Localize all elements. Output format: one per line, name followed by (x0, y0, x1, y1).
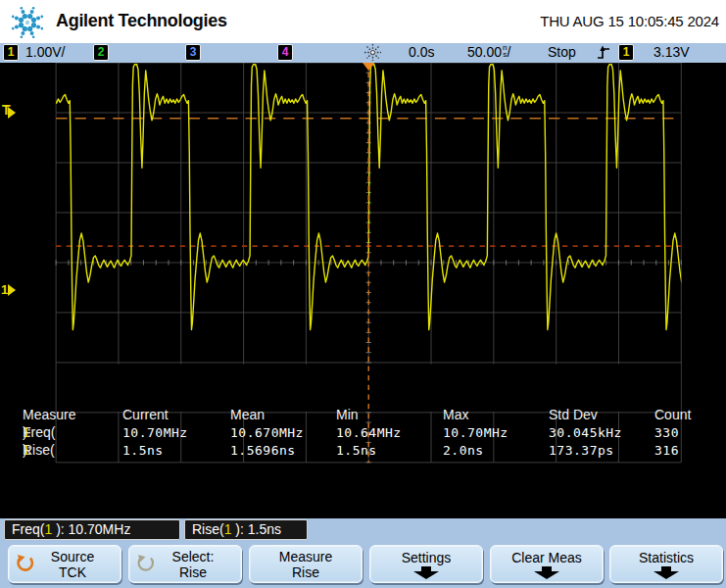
softkey-clear-meas[interactable]: Clear Meas (490, 545, 604, 583)
channel-3-button[interactable]: 3 (185, 44, 201, 61)
title-bar: Agilent Technologies THU AUG 15 10:05:45… (0, 0, 726, 43)
result-tab-rise[interactable]: Rise(1 ): 1.5ns (184, 519, 308, 540)
acquisition-status: Stop (548, 44, 576, 60)
channel-1-scale: 1.00V/ (25, 44, 65, 60)
arrow-down-icon (652, 566, 681, 579)
rotary-knob-icon (16, 554, 35, 573)
channel-2-button[interactable]: 2 (93, 44, 109, 61)
softkey-label: Settings (402, 550, 452, 565)
result-tab-freq[interactable]: Freq(1 ): 10.70MHz (4, 519, 180, 540)
channel-1-button[interactable]: 1 (3, 44, 19, 61)
timebase-readout: 50.00 n s / (467, 44, 510, 60)
softkey-settings[interactable]: Settings (369, 545, 483, 583)
datetime-readout: THU AUG 15 10:05:45 2024 (540, 13, 719, 29)
softkey-label: Clear Meas (511, 550, 582, 565)
channel1-ground-arrow-icon (8, 284, 16, 296)
softkey-label: SourceTCK (51, 549, 94, 580)
rotary-knob-icon (136, 554, 156, 573)
agilent-logo-icon (7, 2, 48, 43)
channel-4-button[interactable]: 4 (277, 44, 293, 61)
arrow-down-icon (411, 566, 441, 579)
waveform-plot (0, 63, 726, 518)
softkey-label: Select:Rise (172, 549, 215, 580)
trigger-source-badge[interactable]: 1 (618, 44, 634, 61)
softkey-label: Statistics (639, 550, 694, 565)
softkey-measure[interactable]: MeasureRise (249, 545, 363, 583)
scope-display: T 1 Measure Current Mean Min Max Std Dev… (0, 63, 726, 518)
trigger-level-arrow-icon (8, 107, 16, 119)
arrow-down-icon (532, 566, 561, 579)
softkey-statistics[interactable]: Statistics (609, 545, 723, 583)
softkey-label: MeasureRise (279, 549, 332, 580)
status-bar: 1 1.00V/ 2 3 4 0.0s 50.00 n s / Stop 1 3… (0, 43, 726, 63)
softkey-source[interactable]: SourceTCK (8, 545, 121, 583)
trigger-level-readout: 3.13V (653, 44, 690, 60)
acquisition-starburst-icon (363, 43, 382, 62)
softkey-select[interactable]: Select:Rise (128, 545, 242, 583)
softkey-bar: Freq(1 ): 10.70MHz Rise(1 ): 1.5ns Sourc… (0, 518, 726, 588)
edge-trigger-icon (597, 45, 612, 61)
brand-title: Agilent Technologies (56, 11, 227, 31)
delay-readout: 0.0s (409, 44, 434, 60)
